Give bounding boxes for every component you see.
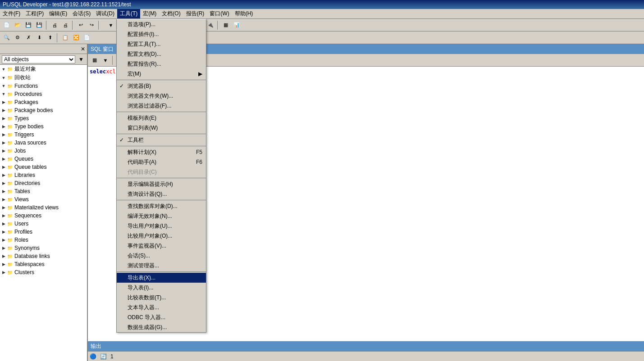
menu-browser-filter[interactable]: 浏览器过滤器(F)...	[117, 101, 206, 111]
sql-tb-grid[interactable]: ▦	[90, 55, 100, 65]
tb2-b5[interactable]: 📋	[60, 33, 70, 43]
expand-sequences: ▶	[1, 213, 6, 218]
menu-test-manager[interactable]: 测试管理器...	[117, 261, 206, 271]
refresh-icon[interactable]: ▼	[77, 56, 85, 63]
tb-grid[interactable]: ▦	[221, 20, 231, 30]
menu-toolbar[interactable]: ✓ 工具栏	[117, 135, 206, 145]
tree-item-procedures[interactable]: ▼ 📁 Procedures	[0, 90, 87, 98]
folder-icon-db-links: 📁	[6, 253, 14, 260]
tree-item-roles[interactable]: ▶ 📁 Roles	[0, 236, 87, 244]
sep2	[72, 21, 74, 30]
menu-configure-tools[interactable]: 配置工具(T)...	[117, 39, 206, 49]
menu-session[interactable]: 会话(S)...	[117, 251, 206, 261]
tree-item-queue-tables[interactable]: ▶ 📁 Queue tables	[0, 163, 87, 171]
tb-new[interactable]: 📄	[2, 20, 12, 30]
menu-window-list[interactable]: 窗口列表(W)	[117, 123, 206, 133]
panel-close-button[interactable]: ✕	[81, 46, 85, 52]
tb2-b7[interactable]: 📄	[82, 33, 92, 43]
menu-configure-reports[interactable]: 配置报告(R)...	[117, 59, 206, 69]
menu-compile-invalid[interactable]: 编译无效对象(N)...	[117, 211, 206, 221]
tree-item-package-bodies[interactable]: ▶ 📁 Package bodies	[0, 106, 87, 114]
menu-preferences[interactable]: 首选项(P)...	[117, 19, 206, 29]
expand-jobs: ▶	[1, 148, 6, 153]
tree-item-sequences[interactable]: ▶ 📁 Sequences	[0, 212, 87, 220]
menu-data-generator[interactable]: 数据生成器(G)...	[117, 322, 206, 332]
tree-item-triggers[interactable]: ▶ 📁 Triggers	[0, 131, 87, 139]
menu-browser[interactable]: ✓ 浏览器(B)	[117, 81, 206, 91]
menu-import-tables[interactable]: 导入表(I)...	[117, 283, 206, 293]
menu-odbc-importer[interactable]: ODBC 导入器...	[117, 312, 206, 322]
tree-item-views[interactable]: ▶ 📁 Views	[0, 195, 87, 203]
tree-item-directories[interactable]: ▶ 📁 Directories	[0, 179, 87, 187]
tree-item-queues[interactable]: ▶ 📁 Queues	[0, 155, 87, 163]
menu-code-assistant[interactable]: 代码助手(A) F6	[117, 157, 206, 167]
tree-item-type-bodies[interactable]: ▶ 📁 Type bodies	[0, 122, 87, 131]
menu-explain-plan[interactable]: 解释计划(X) F5	[117, 147, 206, 157]
tb2-b1[interactable]: ⚙	[13, 33, 23, 43]
tb2-b3[interactable]: ⬇	[34, 33, 44, 43]
tree-item-users[interactable]: ▶ 📁 Users	[0, 220, 87, 228]
menu-edit[interactable]: 编辑(E)	[46, 9, 70, 18]
menu-show-hint[interactable]: 显示编辑器提示(H)	[117, 179, 206, 189]
tb-print2[interactable]: 🖨	[60, 20, 70, 30]
menu-help[interactable]: 帮助(H)	[232, 9, 256, 18]
tb-redo[interactable]: ↪	[87, 20, 96, 30]
menu-file[interactable]: 文件(F)	[0, 9, 23, 18]
tree-item-synonyms[interactable]: ▶ 📁 Synonyms	[0, 244, 87, 252]
tb-chart[interactable]: 📊	[232, 20, 242, 30]
menu-configure-docs[interactable]: 配置文档(D)...	[117, 49, 206, 59]
menu-macro[interactable]: 宏(M)	[140, 9, 159, 18]
tree-item-profiles[interactable]: ▶ 📁 Profiles	[0, 228, 87, 236]
menu-template-list[interactable]: 模板列表(E)	[117, 113, 206, 123]
tb-undo[interactable]: ↩	[76, 20, 86, 30]
menu-find-db-objects[interactable]: 查找数据库对象(D)...	[117, 201, 206, 211]
expand-recent: ▼	[1, 67, 6, 72]
tree-item-java-sources[interactable]: ▶ 📁 Java sources	[0, 139, 87, 147]
menu-event-monitor[interactable]: 事件监视器(V)...	[117, 241, 206, 251]
tree-item-recycle[interactable]: ▼ 📁 回收站	[0, 73, 87, 82]
tb-save-all[interactable]: 💾	[34, 20, 44, 30]
folder-icon-types: 📁	[6, 115, 14, 122]
tree-item-functions[interactable]: ▼ 📁 Functions	[0, 82, 87, 90]
tree-item-recent[interactable]: ▼ 📁 最近对象	[0, 65, 87, 73]
menu-session[interactable]: 会话(S)	[70, 9, 93, 18]
menu-configure-plugins[interactable]: 配置插件(I)...	[117, 29, 206, 39]
tb-open[interactable]: 📂	[13, 20, 23, 30]
menu-code-contents[interactable]: 代码目录(C)	[117, 167, 206, 177]
menu-export-user-objects[interactable]: 导出用户对象(U)...	[117, 221, 206, 231]
tree-item-packages[interactable]: ▶ 📁 Packages	[0, 98, 87, 106]
menu-window[interactable]: 窗口(W)	[207, 9, 232, 18]
menu-compare-user-objects[interactable]: 比较用户对象(O)...	[117, 231, 206, 241]
tree-item-tables[interactable]: ▶ 📁 Tables	[0, 187, 87, 195]
object-type-select[interactable]: All objects	[2, 55, 75, 63]
menu-compare-tables[interactable]: 比较表数据(T)...	[117, 293, 206, 302]
tree-label-queues: Queues	[14, 156, 33, 162]
tb2-b6[interactable]: 🔀	[71, 33, 81, 43]
tree-item-libraries[interactable]: ▶ 📁 Libraries	[0, 171, 87, 179]
tb2-search[interactable]: 🔍	[2, 33, 12, 43]
tree-item-clusters[interactable]: ▶ 📁 Clusters	[0, 268, 87, 276]
menu-project[interactable]: 工程(P)	[23, 9, 46, 18]
menu-reports[interactable]: 报告(R)	[183, 9, 207, 18]
menu-docs[interactable]: 文档(O)	[159, 9, 183, 18]
tb2-b4[interactable]: ⬆	[45, 33, 55, 43]
object-tree[interactable]: ▼ 📁 最近对象 ▼ 📁 回收站 ▼ 📁 Functions ▼ 📁 Proce…	[0, 65, 87, 361]
menu-query-designer[interactable]: 查询设计器(Q)...	[117, 189, 206, 199]
menu-macro[interactable]: 宏(M) ▶	[117, 69, 206, 79]
menu-debug[interactable]: 调试(D)	[93, 9, 117, 18]
sep-after-toolbar	[117, 146, 206, 146]
menu-export-tables[interactable]: 导出表(X)...	[117, 273, 206, 283]
menu-text-importer[interactable]: 文本导入器...	[117, 302, 206, 312]
tb2-b2[interactable]: ✗	[23, 33, 33, 43]
menu-browser-folder[interactable]: 浏览器文件夹(W)...	[117, 91, 206, 101]
tree-item-materialized-views[interactable]: ▶ 📁 Materialized views	[0, 203, 87, 212]
menu-tools[interactable]: 工具(T)	[117, 9, 140, 18]
tree-item-tablespaces[interactable]: ▶ 📁 Tablespaces	[0, 260, 87, 268]
tb-save[interactable]: 💾	[23, 20, 33, 30]
tb-disconnect[interactable]: 🔌	[206, 20, 215, 30]
tb-print[interactable]: 🖨	[50, 20, 59, 30]
tree-item-jobs[interactable]: ▶ 📁 Jobs	[0, 147, 87, 155]
tree-item-database-links[interactable]: ▶ 📁 Database links	[0, 252, 87, 260]
sql-tb-dropdown[interactable]: ▼	[100, 55, 110, 65]
tree-item-types[interactable]: ▶ 📁 Types	[0, 114, 87, 122]
